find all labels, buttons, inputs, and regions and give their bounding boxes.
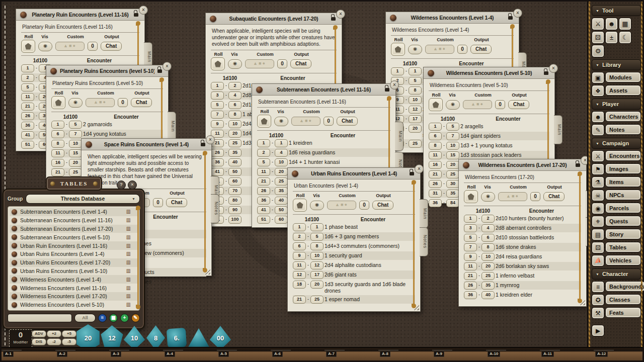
range-to-field[interactable]: 15 — [446, 151, 459, 159]
lock-icon[interactable] — [576, 163, 580, 167]
modifier-button-minus2[interactable]: -2 — [47, 338, 61, 345]
list-item[interactable]: Urban Ruins Encounters (Level 5-10)▥ — [10, 267, 138, 276]
range-to-field[interactable]: 5 — [69, 121, 82, 129]
list-item[interactable]: Wilderness Encounters (Level 1-4)▥ — [10, 275, 138, 284]
range-from-field[interactable]: 26 — [464, 282, 477, 290]
encounter-result[interactable]: 1 esper nomad — [325, 295, 360, 303]
window-wilderness-17-20[interactable]: Wilderness Encounters (Level 17-20)×Wild… — [458, 159, 587, 307]
encounter-result[interactable]: 1 myrnrog — [496, 281, 519, 289]
sidebar-item-encounters[interactable]: Encounters — [605, 150, 641, 161]
range-to-field[interactable]: 4 — [275, 149, 288, 157]
feats-icon[interactable]: ⚒ — [592, 307, 604, 319]
open-table-icon[interactable]: ▥ — [126, 235, 131, 240]
group-dropdown[interactable]: Threats Database ▼ — [26, 194, 140, 204]
hotkey-slot-a-10[interactable]: A-10 — [488, 351, 500, 357]
range-to-field[interactable]: 30 — [446, 180, 459, 188]
range-from-field[interactable]: 21 — [464, 272, 477, 280]
sidebar-item-modules[interactable]: Modules — [605, 72, 641, 82]
table-name-field[interactable]: Planetary Ruins Encounters (Level 5-10) — [51, 79, 163, 89]
range-from-field[interactable]: 11 — [257, 168, 270, 176]
range-from-field[interactable]: 36 — [211, 158, 224, 166]
lock-icon[interactable] — [508, 16, 513, 20]
filter-all-button[interactable]: All — [74, 314, 96, 322]
range-from-field[interactable]: 11 — [51, 149, 64, 157]
range-to-field[interactable]: 5 — [310, 233, 324, 241]
range-to-field[interactable]: 2 — [228, 82, 242, 90]
open-table-icon[interactable]: ▥ — [126, 226, 131, 231]
tables-panel-header[interactable]: TABLES — [46, 176, 102, 191]
range-from-field[interactable]: 5 — [464, 234, 477, 242]
roll-button[interactable] — [429, 98, 443, 111]
encounter-result[interactable]: 1d4+3 commuters (commoners) — [325, 242, 399, 249]
range-to-field[interactable]: 10 — [275, 158, 288, 166]
range-from-field[interactable]: 21 — [257, 177, 270, 186]
quests-icon[interactable]: ⚜ — [592, 216, 604, 227]
radial-menu-button[interactable] — [86, 141, 92, 148]
range-from-field[interactable]: 51 — [257, 216, 270, 224]
images-icon[interactable]: ⚑ — [592, 163, 604, 175]
table-name-field[interactable]: Wilderness Encounters (17-20) — [464, 173, 581, 183]
range-to-field[interactable]: 10 — [481, 253, 495, 261]
visibility-toggle[interactable]: ◉ — [310, 201, 324, 210]
window-titlebar[interactable]: Subaquatic Encounters (Level 17-20) — [206, 13, 342, 25]
parcels-icon[interactable]: ◉ — [592, 203, 604, 214]
range-to-field[interactable]: 8 — [409, 86, 422, 95]
radial-menu-button[interactable] — [256, 86, 263, 93]
table-link[interactable]: Wilderness Encounters (Level 11-16) — [20, 285, 123, 291]
encounter-result[interactable]: 2d6 giant rats — [325, 270, 357, 278]
modifier-button-dis[interactable]: DIS — [32, 338, 46, 345]
visibility-toggle[interactable]: ◉ — [481, 192, 495, 202]
list-item[interactable]: Subterranean Encounters (Level 17-20)▥ — [10, 225, 138, 233]
window-titlebar[interactable]: Space Ruins Encounters (level 1-4) — [82, 139, 211, 150]
table-link[interactable]: Subterranean Encounters (Level 17-20) — [20, 226, 123, 232]
range-to-field[interactable]: 7 — [446, 132, 459, 140]
modifier-button-minus5[interactable]: -5 — [62, 338, 76, 345]
close-button[interactable]: × — [390, 80, 399, 89]
custom-dice-slots[interactable]: ▲■● — [86, 98, 115, 107]
radial-menu-button[interactable] — [210, 16, 216, 22]
close-button[interactable]: × — [513, 9, 522, 18]
radial-menu-button[interactable] — [292, 170, 298, 177]
range-from-field[interactable]: 41 — [21, 131, 34, 139]
close-button[interactable]: × — [415, 164, 424, 173]
encounter-result[interactable]: 2 gamaroids — [83, 120, 112, 128]
range-from-field[interactable]: 21 — [51, 168, 64, 176]
range-to-field[interactable]: 20 — [69, 159, 82, 167]
tab-main[interactable]: Main — [168, 112, 176, 141]
classes-icon[interactable]: ✪ — [592, 294, 604, 306]
radial-menu-button[interactable] — [50, 68, 57, 74]
range-to-field[interactable]: 84 — [446, 199, 459, 207]
range-from-field[interactable]: 36 — [429, 199, 442, 207]
range-to-field[interactable]: 7 — [69, 130, 82, 138]
section-header-campaign[interactable]: ▼Campaign — [592, 138, 641, 149]
range-to-field[interactable]: 40 — [275, 197, 288, 205]
help-button[interactable]: ? — [117, 180, 126, 190]
table-link[interactable]: Urban Ruin Encounters (Level 11-16) — [20, 243, 123, 249]
lighting-icon[interactable]: ☾ — [619, 31, 631, 44]
modifier-button-adv[interactable]: ADV — [32, 330, 46, 337]
scrollbar[interactable] — [137, 210, 139, 305]
list-item[interactable]: Subterranean Encounters (Level 5-10)▥ — [10, 233, 138, 241]
table-link[interactable]: Wilderness Encounters (Level 17-20) — [20, 293, 123, 299]
range-to-field[interactable]: 25 — [481, 272, 495, 280]
close-button[interactable]: × — [128, 180, 137, 190]
table-link[interactable]: Urban Ruins Encounters (Level 1-4) — [20, 251, 123, 257]
die-d6[interactable]: 6. — [167, 328, 187, 348]
range-from-field[interactable]: 5 — [257, 158, 270, 166]
range-to-field[interactable]: 20 — [481, 262, 495, 270]
section-header-library[interactable]: ▼Library — [592, 59, 641, 70]
range-to-field[interactable]: 12 — [310, 261, 324, 269]
hotkey-slot-a-9[interactable]: A-9 — [434, 351, 444, 357]
range-to-field[interactable]: 15 — [69, 149, 82, 157]
window-urban-ruins-1-4[interactable]: Urban Ruins Encounters (Level 1-4)×Urban… — [287, 167, 421, 312]
range-to-field[interactable]: 25 — [69, 168, 82, 176]
list-item[interactable]: Wilderness Encounters (Level 5-10)▥ — [10, 301, 138, 309]
visibility-toggle[interactable]: ◉ — [68, 98, 83, 108]
range-to-field[interactable]: 60 — [228, 177, 242, 186]
roll-button[interactable] — [51, 96, 65, 109]
range-to-field[interactable]: 35 — [481, 282, 495, 290]
range-from-field[interactable]: 12 — [293, 271, 306, 279]
output-chat-button[interactable]: Chat — [543, 192, 565, 201]
sidebar-item-quests[interactable]: Quests — [605, 216, 641, 226]
story-icon[interactable]: ▤ — [592, 229, 604, 240]
